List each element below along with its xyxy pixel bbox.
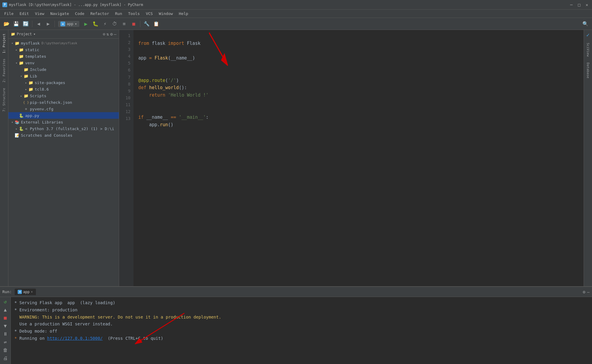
save-button[interactable]: 💾	[12, 20, 20, 28]
menu-view[interactable]: View	[32, 11, 47, 16]
console-line-1: * Serving Flask app app (lazy loading)	[14, 299, 588, 307]
synchronize-button[interactable]: 🔄	[22, 20, 30, 28]
debug-button[interactable]: 🐛	[91, 20, 100, 28]
run-label: Run:	[2, 290, 12, 294]
root-path: D:\python\mysflask	[42, 41, 77, 45]
project-hide-button[interactable]: —	[114, 32, 116, 36]
left-tab-structure[interactable]: 7: Structure	[1, 86, 7, 114]
run-config-selector[interactable]: a app ▾	[58, 21, 79, 27]
project-controls: ⊙ ⇅ ⚙ —	[103, 32, 116, 36]
search-everywhere-button[interactable]: 🔍	[581, 20, 590, 28]
settings-button[interactable]: 🔧	[142, 20, 151, 28]
tree-templates[interactable]: 📁 templates	[8, 53, 119, 60]
line-num-11: 11	[119, 101, 130, 108]
back-button[interactable]: ◀	[34, 20, 43, 28]
maximize-button[interactable]: □	[576, 2, 582, 7]
menu-edit[interactable]: Edit	[16, 11, 32, 16]
venv-folder-icon: 📁	[19, 60, 24, 65]
menu-window[interactable]: Window	[156, 11, 176, 16]
pause-button[interactable]: ⏸	[3, 331, 8, 337]
tree-pyvenv[interactable]: ≡ pyvenv.cfg	[8, 106, 119, 112]
menu-tools[interactable]: Tools	[125, 11, 143, 16]
run-tab-close[interactable]: ✕	[31, 290, 33, 294]
forward-button[interactable]: ▶	[44, 20, 52, 28]
scripts-folder-icon: 📁	[23, 93, 29, 98]
rerun-button[interactable]: ↺	[4, 299, 7, 304]
tree-external-libs[interactable]: ▾ 📚 External Libraries	[8, 119, 119, 125]
static-folder-icon: 📁	[19, 47, 24, 52]
stop-process-button[interactable]: ■	[4, 315, 7, 321]
left-tab-favorites[interactable]: 2: Favorites	[1, 56, 7, 85]
tree-scratches[interactable]: 📝 Scratches and Consoles	[8, 132, 119, 138]
line-num-6: 6	[119, 67, 130, 74]
toolbar: 📂 💾 🔄 ◀ ▶ a app ▾ ▶ 🐛 ⚡ ⏱ ≡ ■ 🔧 📋 🔍	[0, 18, 592, 30]
run-button[interactable]: ▶	[82, 20, 90, 28]
flask-url-link[interactable]: http://127.0.0.1:5000/	[47, 336, 103, 341]
tree-python-env[interactable]: ▸ 🐍 < Python 3.7 (fullstack_s2) (1) > D:…	[8, 125, 119, 132]
pyvenv-file-icon: ≡	[23, 106, 29, 111]
menu-navigate[interactable]: Navigate	[47, 11, 72, 16]
scroll-up-button[interactable]: ▲	[4, 307, 7, 313]
scroll-down-button[interactable]: ▼	[4, 323, 7, 329]
console-line-3: WARNING: This is a development server. D…	[14, 314, 588, 321]
root-label: mysflask	[21, 41, 40, 45]
menu-code[interactable]: Code	[72, 11, 87, 16]
tree-arrow-templates	[14, 55, 19, 58]
scratches-icon: 📝	[14, 133, 20, 138]
bottom-controls: ⚙ —	[583, 290, 590, 294]
stop-button[interactable]: ■	[130, 20, 138, 28]
run-tab[interactable]: a app ✕	[15, 289, 36, 295]
static-label: static	[25, 48, 39, 52]
console-output: * Serving Flask app app (lazy loading) *…	[11, 297, 592, 364]
console-minimize-button[interactable]: —	[587, 290, 590, 294]
concurrency-button[interactable]: ≡	[120, 20, 128, 28]
tree-site-packages[interactable]: ▸ 📁 site-packages	[8, 79, 119, 86]
tree-arrow-root: ▾	[10, 42, 14, 45]
tree-scripts[interactable]: ▸ 📁 Scripts	[8, 92, 119, 99]
right-tab-database[interactable]: Database	[585, 60, 591, 81]
pip-selfcheck-label: pip-selfcheck.json	[30, 100, 72, 105]
tree-arrow-lib: ▾	[19, 74, 23, 78]
tree-arrow-pip	[19, 101, 23, 104]
menu-file[interactable]: File	[1, 11, 16, 16]
tree-arrow-scratches	[10, 134, 14, 137]
close-button[interactable]: ✕	[584, 2, 590, 7]
line-num-9: 9	[119, 88, 130, 95]
clear-output-button[interactable]: 🗑	[3, 347, 8, 353]
tree-pip-selfcheck[interactable]: { } pip-selfcheck.json	[8, 99, 119, 106]
left-tab-project[interactable]: 1: Project	[1, 31, 7, 56]
open-folder-button[interactable]: 📂	[2, 20, 11, 28]
line-num-13: 13	[119, 115, 130, 122]
menu-bar: File Edit View Navigate Code Refactor Ru…	[0, 10, 592, 18]
console-settings-button[interactable]: ⚙	[583, 290, 585, 294]
profile-button[interactable]: ⏱	[110, 20, 119, 28]
include-folder-icon: 📁	[23, 67, 29, 72]
menu-vcs[interactable]: VCS	[143, 11, 156, 16]
menu-help[interactable]: Help	[176, 11, 191, 16]
tree-app-py[interactable]: 🐍 app.py	[8, 112, 119, 119]
tree-include[interactable]: 📁 Include	[8, 66, 119, 73]
tree-static[interactable]: ▸ 📁 static	[8, 46, 119, 53]
project-expand-button[interactable]: ⇅	[107, 32, 109, 36]
tree-tcl[interactable]: ▸ 📁 tcl8.6	[8, 86, 119, 92]
tree-venv[interactable]: ▾ 📁 venv	[8, 60, 119, 66]
print-button[interactable]: 🖨	[3, 355, 8, 361]
run-config-icon: a	[60, 22, 65, 26]
run-with-coverage-button[interactable]: ⚡	[101, 20, 109, 28]
extra-button[interactable]: 📋	[152, 20, 160, 28]
toolbar-separator-3	[140, 21, 140, 27]
project-label: Project	[17, 32, 32, 36]
tree-lib[interactable]: ▾ 📁 Lib	[8, 73, 119, 79]
project-options-button[interactable]: ⊙	[103, 32, 105, 36]
line-num-1: 1	[119, 32, 130, 39]
console-line-5: * Debug mode: off	[14, 328, 588, 335]
soft-wrap-button[interactable]: ⇌	[4, 339, 7, 345]
menu-refactor[interactable]: Refactor	[87, 11, 112, 16]
editor-main: 1 2 3 4 5 6 7 8 9 10 11 12 13 from flask…	[119, 30, 584, 364]
menu-run[interactable]: Run	[112, 11, 125, 16]
project-settings-button[interactable]: ⚙	[110, 32, 113, 36]
minimize-button[interactable]: ─	[569, 2, 574, 7]
tree-root[interactable]: ▾ 📁 mysflask D:\python\mysflask	[8, 40, 119, 46]
right-tab-sciview[interactable]: SciView	[585, 40, 591, 60]
lib-label: Lib	[30, 74, 37, 78]
